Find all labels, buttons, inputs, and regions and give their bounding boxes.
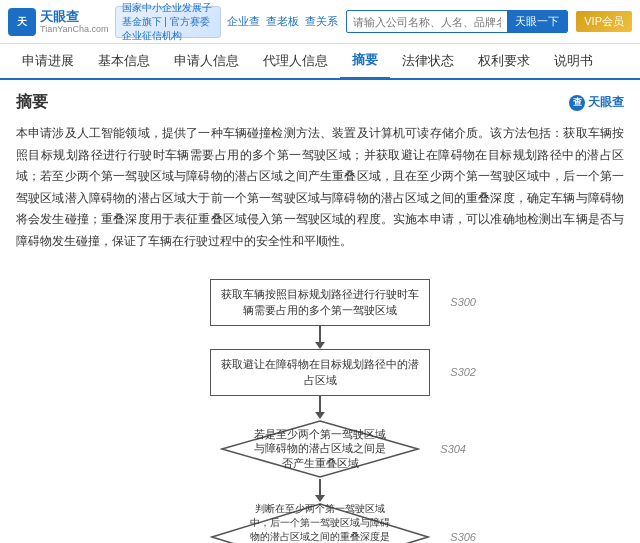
nav-item-basic[interactable]: 基本信息 bbox=[86, 43, 162, 79]
flow-row-s300: 获取车辆按照目标规划路径进行行驶时车辆需要占用的多个第一驾驶区域 S300 bbox=[16, 279, 624, 326]
nav-item-description[interactable]: 说明书 bbox=[542, 43, 605, 79]
nav-item-applicant[interactable]: 申请人信息 bbox=[162, 43, 251, 79]
search-area: 天眼一下 bbox=[346, 10, 568, 33]
flowchart: 获取车辆按照目标规划路径进行行驶时车辆需要占用的多个第一驾驶区域 S300 获取… bbox=[16, 269, 624, 543]
abstract-text: 本申请涉及人工智能领域，提供了一种车辆碰撞检测方法、装置及计算机可读存储介质。该… bbox=[16, 123, 624, 253]
step-label-s300: S300 bbox=[450, 296, 476, 308]
diamond-text-s304: 若是至少两个第一驾驶区域与障碍物的潜占区域之间是否产生重叠区域 bbox=[220, 427, 420, 471]
step-label-s304: S304 bbox=[440, 443, 466, 455]
nav-bar: 申请进展 基本信息 申请人信息 代理人信息 摘要 法律状态 权利要求 说明书 bbox=[0, 44, 640, 80]
logo-area: 天 天眼查 TianYanCha.com bbox=[8, 8, 109, 36]
banner-ad: 国家中小企业发展子基金旗下 | 官方赛委企业征信机构 bbox=[115, 6, 222, 38]
logo-text: 天眼查 TianYanCha.com bbox=[40, 9, 109, 35]
badge-icon: 查 bbox=[569, 95, 585, 111]
arrow-3 bbox=[315, 479, 325, 502]
user-links: 企业查 查老板 查关系 bbox=[227, 14, 338, 29]
arrow-2 bbox=[315, 396, 325, 419]
nav-item-abstract[interactable]: 摘要 bbox=[340, 43, 390, 79]
search-button[interactable]: 天眼一下 bbox=[507, 11, 567, 32]
link-chaguanxi[interactable]: 查关系 bbox=[305, 14, 338, 29]
step-label-s302: S302 bbox=[450, 366, 476, 378]
link-qiyecha[interactable]: 企业查 bbox=[227, 14, 260, 29]
header-right: 企业查 查老板 查关系 天眼一下 VIP会员 bbox=[227, 10, 632, 33]
nav-item-legal[interactable]: 法律状态 bbox=[390, 43, 466, 79]
nav-item-agent[interactable]: 代理人信息 bbox=[251, 43, 340, 79]
nav-item-claims[interactable]: 权利要求 bbox=[466, 43, 542, 79]
diamond-s304: 若是至少两个第一驾驶区域与障碍物的潜占区域之间是否产生重叠区域 bbox=[220, 419, 420, 479]
section-title: 摘要 查 天眼查 bbox=[16, 92, 624, 113]
diamond-text-s306: 判断在至少两个第一驾驶区域中，后一个第一驾驶区域与障碍物的潜占区域之间的重叠深度… bbox=[210, 502, 430, 543]
flow-box-s300: 获取车辆按照目标规划路径进行行驶时车辆需要占用的多个第一驾驶区域 bbox=[210, 279, 430, 326]
arrow-1 bbox=[315, 326, 325, 349]
nav-item-progress[interactable]: 申请进展 bbox=[10, 43, 86, 79]
vip-button[interactable]: VIP会员 bbox=[576, 11, 632, 32]
flow-row-s306: 判断在至少两个第一驾驶区域中，后一个第一驾驶区域与障碍物的潜占区域之间的重叠深度… bbox=[16, 502, 624, 543]
flow-row-s302: 获取避让在障碍物在目标规划路径中的潜占区域 S302 bbox=[16, 349, 624, 396]
header: 天 天眼查 TianYanCha.com 国家中小企业发展子基金旗下 | 官方赛… bbox=[0, 0, 640, 44]
link-chalaobao[interactable]: 查老板 bbox=[266, 14, 299, 29]
search-input[interactable] bbox=[347, 13, 507, 31]
logo-icon: 天 bbox=[8, 8, 36, 36]
diamond-s306: 判断在至少两个第一驾驶区域中，后一个第一驾驶区域与障碍物的潜占区域之间的重叠深度… bbox=[210, 502, 430, 543]
step-label-s306: S306 bbox=[450, 531, 476, 543]
flow-box-s302: 获取避让在障碍物在目标规划路径中的潜占区域 bbox=[210, 349, 430, 396]
content-area: 摘要 查 天眼查 本申请涉及人工智能领域，提供了一种车辆碰撞检测方法、装置及计算… bbox=[0, 80, 640, 543]
tianyancha-badge: 查 天眼查 bbox=[569, 94, 624, 111]
flow-row-s304: 若是至少两个第一驾驶区域与障碍物的潜占区域之间是否产生重叠区域 S304 bbox=[16, 419, 624, 479]
